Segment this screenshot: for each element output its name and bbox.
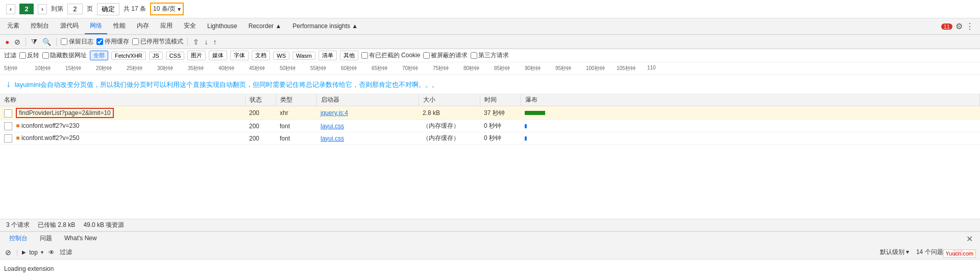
tab-perf-insights[interactable]: Performance insights ▲ <box>287 19 363 34</box>
tab-security[interactable]: 安全 <box>179 18 201 34</box>
tab-network[interactable]: 网络 <box>85 18 107 34</box>
col-name[interactable]: 名称 <box>0 94 245 106</box>
console-tabs-left: 控制台 问题 What's New <box>4 231 102 246</box>
timeline-label-40: 40秒钟 <box>218 65 249 72</box>
cell-name: findProviderList?page=2&limit=10 <box>0 106 245 120</box>
confirm-page-button[interactable]: 确定 <box>97 3 119 15</box>
cell-type: font <box>276 120 316 132</box>
console-tab-whats-new[interactable]: What's New <box>59 232 102 245</box>
export-har-button[interactable]: ↓ <box>203 38 209 46</box>
initiator-link[interactable]: layui.css <box>321 123 344 130</box>
tab-performance[interactable]: 性能 <box>108 18 131 34</box>
cell-size: （内存缓存） <box>419 120 480 132</box>
filter-button[interactable]: ⧩ <box>30 37 38 46</box>
console-close-button[interactable]: ✕ <box>963 234 976 244</box>
search-button[interactable]: 🔍 <box>41 38 52 46</box>
filter-doc-button[interactable]: 文档 <box>252 51 270 60</box>
import-har-button[interactable]: ⇧ <box>192 38 200 46</box>
cell-type: font <box>276 132 316 145</box>
console-default-level[interactable]: 默认级别 ▾ <box>880 248 909 257</box>
filter-css-button[interactable]: CSS <box>166 52 185 60</box>
console-clear-button[interactable]: ⊘ <box>4 248 12 257</box>
col-time[interactable]: 时间 <box>480 94 521 106</box>
requests-count: 3 个请求 <box>6 221 30 229</box>
page-goto-input[interactable] <box>67 4 83 14</box>
console-context-icon: ▶ <box>22 249 26 255</box>
table-row[interactable]: findProviderList?page=2&limit=10 200 xhr… <box>0 106 980 120</box>
timeline-label-55: 55秒钟 <box>310 65 341 72</box>
clear-button[interactable]: ⊘ <box>13 38 21 46</box>
console-context-label[interactable]: top <box>29 249 38 256</box>
timeline-label-100: 100秒钟 <box>586 65 617 72</box>
row-checkbox[interactable] <box>4 134 12 143</box>
prev-page-button[interactable]: ‹ <box>6 4 15 14</box>
record-button[interactable]: ● <box>4 38 10 46</box>
tab-recorder[interactable]: Recorder ▲ <box>243 19 287 34</box>
devtools-tabs-right: 11 ⚙ ⋮ <box>941 21 978 31</box>
blocked-requests-checkbox[interactable]: 被屏蔽的请求 <box>423 51 468 60</box>
col-initiator[interactable]: 启动器 <box>316 94 419 106</box>
cell-size: （内存缓存） <box>419 132 480 145</box>
cell-time: 0 秒钟 <box>480 132 521 145</box>
timeline-bar: 5秒钟 10秒钟 15秒钟 20秒钟 25秒钟 30秒钟 35秒钟 40秒钟 4… <box>0 62 980 75</box>
filter-font-button[interactable]: 字体 <box>230 51 249 60</box>
table-row[interactable]: ■ iconfont.woff2?v=230 200 font layui.cs… <box>0 120 980 132</box>
col-size[interactable]: 大小 <box>419 94 480 106</box>
row-checkbox[interactable] <box>4 109 12 118</box>
blocked-cookies-checkbox[interactable]: 有已拦截的 Cookie <box>361 51 421 60</box>
filter-wasm-button[interactable]: Wasm <box>292 52 315 60</box>
cell-waterfall <box>521 106 980 120</box>
timeline-label-105: 105秒钟 <box>617 65 647 72</box>
col-status[interactable]: 状态 <box>245 94 276 106</box>
console-context-dropdown[interactable]: ▾ <box>41 249 43 255</box>
timeline-label-75: 75秒钟 <box>433 65 463 72</box>
cell-initiator: layui.css <box>316 120 419 132</box>
filter-ws-button[interactable]: WS <box>273 52 289 60</box>
filter-manifest-button[interactable]: 清单 <box>318 51 337 60</box>
tab-memory[interactable]: 内存 <box>132 18 154 34</box>
network-status-bar: 3 个请求 已传输 2.8 kB 49.0 kB 项资源 <box>0 219 980 231</box>
filter-img-button[interactable]: 图片 <box>187 51 206 60</box>
filter-media-button[interactable]: 媒体 <box>209 51 227 60</box>
console-tab-issues[interactable]: 问题 <box>35 231 57 246</box>
settings-icon[interactable]: ⚙ <box>955 21 963 31</box>
tab-lighthouse[interactable]: Lighthouse <box>202 19 242 34</box>
throttle-checkbox[interactable]: 已停用节流模式 <box>132 37 183 46</box>
console-eye-icon[interactable]: 👁 <box>48 249 55 256</box>
more-icon[interactable]: ⋮ <box>966 21 974 31</box>
tab-sources[interactable]: 源代码 <box>55 18 84 34</box>
filter-all-button[interactable]: 全部 <box>90 51 108 60</box>
error-badge-top: 11 <box>941 24 952 30</box>
cache-checkbox[interactable]: 停用缓存 <box>96 37 129 46</box>
timeline-label-15: 15秒钟 <box>65 65 96 72</box>
filter-js-button[interactable]: JS <box>149 52 163 60</box>
tab-elements[interactable]: 元素 <box>2 18 24 34</box>
col-waterfall[interactable]: 瀑布 <box>521 94 980 106</box>
filter-fetch-xhr-button[interactable]: Fetch/XHR <box>111 52 146 60</box>
cell-initiator: layui.css <box>316 132 419 145</box>
row-checkbox[interactable] <box>4 122 12 130</box>
tab-console[interactable]: 控制台 <box>26 18 54 34</box>
filter-other-button[interactable]: 其他 <box>340 51 358 60</box>
initiator-link[interactable]: layui.css <box>321 135 344 142</box>
per-page-select[interactable]: 10 条/页 ▾ <box>150 3 184 15</box>
console-toolbar: ⊘ | ▶ top ▾ 👁 过滤 默认级别 ▾ 14 个问题： 11 3 <box>0 245 980 260</box>
table-row[interactable]: ■ iconfont.woff2?v=250 200 font layui.cs… <box>0 132 980 145</box>
invert-filter-checkbox[interactable]: 反转 <box>19 51 39 60</box>
tab-application[interactable]: 应用 <box>155 18 178 34</box>
timeline-label-45: 45秒钟 <box>249 65 280 72</box>
third-party-checkbox[interactable]: 第三方请求 <box>471 51 509 60</box>
annotation-row: ↓ layuimini会自动改变分页值，所以我们做分页时可以利用这个直接实现自动… <box>0 75 980 94</box>
transferred-size: 已传输 2.8 kB <box>38 221 75 229</box>
hide-data-urls-checkbox[interactable]: 隐藏数据网址 <box>42 51 87 60</box>
next-page-button[interactable]: › <box>38 4 47 14</box>
cell-waterfall <box>521 132 980 145</box>
filter-label: 过滤 <box>4 51 16 60</box>
console-tab-console[interactable]: 控制台 <box>4 231 33 246</box>
waterfall-bar <box>525 109 976 117</box>
request-name: iconfont.woff2?v=230 <box>21 122 80 129</box>
col-type[interactable]: 类型 <box>276 94 316 106</box>
upload-button[interactable]: ↑ <box>212 38 217 46</box>
preserve-log-checkbox[interactable]: 保留日志 <box>61 37 93 46</box>
initiator-link[interactable]: jquery.js:4 <box>321 109 348 117</box>
